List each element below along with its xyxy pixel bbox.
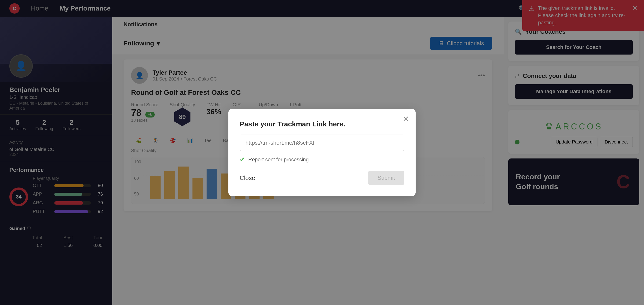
success-check-icon: ✔ [240, 156, 245, 164]
modal-overlay: Paste your Trackman Link here. ✕ ✔ Repor… [0, 0, 644, 305]
modal-close-button[interactable]: Close [240, 174, 255, 182]
modal-footer: Close Submit [240, 171, 404, 185]
trackman-modal: Paste your Trackman Link here. ✕ ✔ Repor… [228, 109, 416, 196]
trackman-link-input[interactable] [240, 134, 404, 151]
success-text: Report sent for processing [248, 156, 309, 163]
modal-success-message: ✔ Report sent for processing [240, 156, 404, 164]
modal-submit-button[interactable]: Submit [368, 171, 404, 185]
modal-close-x-button[interactable]: ✕ [403, 114, 409, 123]
modal-title: Paste your Trackman Link here. [240, 120, 404, 128]
